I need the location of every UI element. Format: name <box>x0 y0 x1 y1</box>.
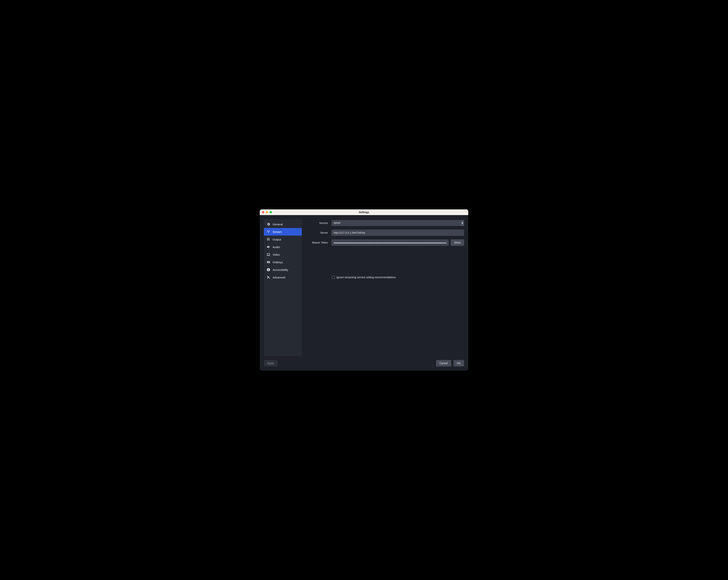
monitor-icon <box>266 253 270 256</box>
speaker-icon <box>266 245 270 249</box>
sidebar-item-label: General <box>272 223 283 226</box>
ignore-recommendations-row[interactable]: Ignore streaming service setting recomme… <box>332 276 464 279</box>
settings-sidebar: General Stream Output <box>264 219 302 356</box>
ignore-recommendations-checkbox[interactable] <box>332 276 335 279</box>
cancel-button[interactable]: Cancel <box>436 360 451 367</box>
titlebar: Settings <box>260 209 468 215</box>
sidebar-item-output[interactable]: Output <box>264 235 302 243</box>
server-row: Server <box>307 229 464 236</box>
sidebar-item-label: Advanced <box>272 276 285 279</box>
gear-icon <box>266 222 270 226</box>
sidebar-item-label: Hotkeys <box>272 260 283 264</box>
ignore-recommendations-label: Ignore streaming service setting recomme… <box>336 276 396 279</box>
sidebar-item-label: Video <box>272 253 280 256</box>
bearer-token-row: Bearer Token Show <box>307 239 464 246</box>
bearer-token-input[interactable] <box>331 239 449 246</box>
sidebar-item-general[interactable]: General <box>264 220 302 228</box>
service-row: Service WHIP <box>307 220 464 226</box>
window-title: Settings <box>260 211 468 214</box>
minimize-window-button[interactable] <box>266 211 268 213</box>
window-controls <box>262 211 272 213</box>
server-label: Server <box>307 231 328 234</box>
keyboard-icon <box>266 260 270 264</box>
sidebar-item-label: Output <box>272 238 281 241</box>
settings-content: Service WHIP Server <box>307 219 464 356</box>
sidebar-item-label: Audio <box>272 246 280 249</box>
settings-window: Settings General Stream <box>260 209 468 371</box>
dialog-footer: Apply Cancel OK <box>264 356 464 367</box>
sidebar-item-accessibility[interactable]: Accessibility <box>264 266 302 274</box>
sidebar-item-label: Stream <box>272 230 282 233</box>
maximize-window-button[interactable] <box>269 211 272 213</box>
service-select-value: WHIP <box>331 220 460 226</box>
accessibility-icon <box>266 268 270 272</box>
sidebar-item-stream[interactable]: Stream <box>264 228 302 235</box>
service-label: Service <box>307 222 328 225</box>
ok-button[interactable]: OK <box>453 360 464 367</box>
output-icon <box>266 237 270 241</box>
antenna-icon <box>266 230 270 234</box>
window-body: General Stream Output <box>260 215 468 371</box>
main-area: General Stream Output <box>264 219 464 356</box>
chevron-updown-icon <box>460 220 464 226</box>
apply-button[interactable]: Apply <box>264 360 277 367</box>
close-window-button[interactable] <box>262 211 264 213</box>
sidebar-item-hotkeys[interactable]: Hotkeys <box>264 258 302 266</box>
service-select[interactable]: WHIP <box>331 220 464 226</box>
bearer-token-label: Bearer Token <box>307 241 328 244</box>
sidebar-item-video[interactable]: Video <box>264 251 302 258</box>
sidebar-item-advanced[interactable]: Advanced <box>264 274 302 281</box>
tools-icon <box>266 275 270 279</box>
sidebar-item-label: Accessibility <box>272 268 288 271</box>
sidebar-item-audio[interactable]: Audio <box>264 243 302 251</box>
show-token-button[interactable]: Show <box>451 239 464 246</box>
server-input[interactable] <box>331 229 464 236</box>
